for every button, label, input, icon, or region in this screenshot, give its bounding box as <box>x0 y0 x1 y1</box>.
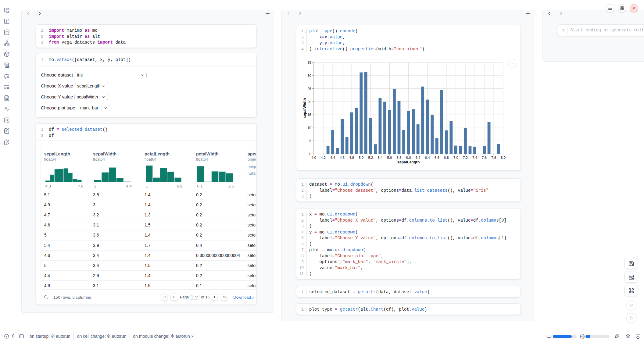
svg-text:sepalLength: sepalLength <box>397 160 420 164</box>
svg-text:sepalWidth: sepalWidth <box>302 98 307 119</box>
svg-text:15: 15 <box>307 113 311 116</box>
svg-text:7.8: 7.8 <box>491 156 496 159</box>
svg-text:20: 20 <box>307 100 311 104</box>
svg-text:6.6: 6.6 <box>435 156 439 159</box>
svg-text:8.0: 8.0 <box>501 156 506 159</box>
svg-text:35: 35 <box>307 61 311 64</box>
svg-text:7.0: 7.0 <box>453 156 458 159</box>
svg-text:7.6: 7.6 <box>482 156 487 159</box>
svg-text:25: 25 <box>307 87 311 91</box>
svg-text:4.8: 4.8 <box>349 156 354 159</box>
svg-text:5.8: 5.8 <box>397 156 402 159</box>
svg-text:6.4: 6.4 <box>425 156 430 159</box>
svg-text:10: 10 <box>307 126 311 130</box>
svg-text:6.2: 6.2 <box>416 156 420 159</box>
svg-text:30: 30 <box>307 74 311 77</box>
svg-text:6.0: 6.0 <box>406 156 411 159</box>
svg-text:4.2: 4.2 <box>321 156 326 159</box>
svg-text:6.8: 6.8 <box>444 156 449 159</box>
svg-text:4.4: 4.4 <box>330 156 335 159</box>
svg-text:5.2: 5.2 <box>368 156 373 159</box>
svg-text:0: 0 <box>309 152 311 156</box>
svg-text:4.6: 4.6 <box>340 156 345 159</box>
svg-text:4.0: 4.0 <box>311 156 316 159</box>
svg-text:7.2: 7.2 <box>463 156 468 159</box>
svg-text:5.4: 5.4 <box>377 156 383 159</box>
svg-text:5.6: 5.6 <box>387 156 392 159</box>
svg-text:5.0: 5.0 <box>359 156 363 159</box>
svg-text:7.4: 7.4 <box>472 156 478 159</box>
svg-text:5: 5 <box>309 139 311 143</box>
